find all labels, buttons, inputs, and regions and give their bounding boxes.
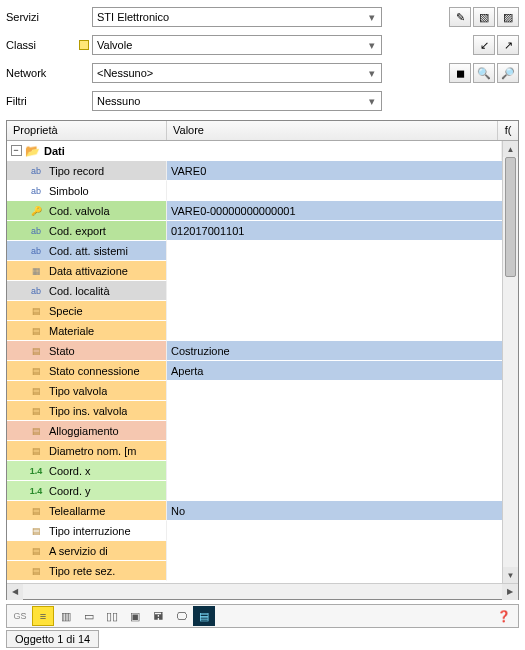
type-icon: 1.4 <box>25 486 47 496</box>
value-cell[interactable] <box>167 421 502 441</box>
bt-btn-2[interactable]: ▥ <box>55 606 77 626</box>
property-row[interactable]: abSimbolo <box>7 181 502 201</box>
value-cell[interactable] <box>167 381 502 401</box>
network-label: Network <box>6 67 76 79</box>
type-icon: ab <box>25 186 47 196</box>
property-row[interactable]: 1.4Coord. y <box>7 481 502 501</box>
group-label: Dati <box>40 145 65 157</box>
type-icon: ▤ <box>25 386 47 396</box>
value-cell[interactable] <box>167 561 502 581</box>
value-cell[interactable] <box>167 521 502 541</box>
toolbar-btn-8[interactable]: 🔎 <box>497 63 519 83</box>
type-icon: ▤ <box>25 366 47 376</box>
property-row[interactable]: ▤StatoCostruzione <box>7 341 502 361</box>
horizontal-scrollbar[interactable]: ◀ ▶ <box>7 583 518 599</box>
value-cell[interactable] <box>167 541 502 561</box>
property-cell: abCod. att. sistemi <box>7 241 167 261</box>
bt-help-icon[interactable]: ❓ <box>493 606 515 626</box>
header-prop[interactable]: Proprietà <box>7 121 167 140</box>
header-fx[interactable]: f( <box>498 121 518 140</box>
property-label: Stato connessione <box>47 365 140 377</box>
property-row[interactable]: 🔑Cod. valvolaVARE0-00000000000001 <box>7 201 502 221</box>
toolbar-btn-3[interactable]: ▨ <box>497 7 519 27</box>
property-row[interactable]: ▦Data attivazione <box>7 261 502 281</box>
bt-btn-4[interactable]: ▯▯ <box>101 606 123 626</box>
value-cell[interactable] <box>167 261 502 281</box>
scroll-down-icon[interactable]: ▼ <box>503 567 518 583</box>
value-cell[interactable] <box>167 441 502 461</box>
value-cell[interactable]: No <box>167 501 502 521</box>
bt-btn-6[interactable]: 🖬 <box>147 606 169 626</box>
header-val[interactable]: Valore <box>167 121 498 140</box>
toolbar-btn-6[interactable]: ◼ <box>449 63 471 83</box>
value-cell[interactable] <box>167 401 502 421</box>
toolbar-btn-4[interactable]: ↙ <box>473 35 495 55</box>
value-cell[interactable]: 012017001101 <box>167 221 502 241</box>
property-cell: ▤Stato <box>7 341 167 361</box>
vertical-scrollbar[interactable]: ▲ ▼ <box>502 141 518 583</box>
type-icon: ▤ <box>25 426 47 436</box>
property-row[interactable]: ▤Tipo interruzione <box>7 521 502 541</box>
chevron-down-icon: ▾ <box>365 66 379 80</box>
property-row[interactable]: ▤Tipo ins. valvola <box>7 401 502 421</box>
property-row[interactable]: ▤Specie <box>7 301 502 321</box>
property-row[interactable]: ▤Diametro nom. [m <box>7 441 502 461</box>
value-cell[interactable] <box>167 481 502 501</box>
bt-btn-8[interactable]: ▤ <box>193 606 215 626</box>
value-cell[interactable]: VARE0 <box>167 161 502 181</box>
property-row[interactable]: ▤A servizio di <box>7 541 502 561</box>
status-tab[interactable]: Oggetto 1 di 14 <box>6 630 99 648</box>
property-cell: ▤Tipo interruzione <box>7 521 167 541</box>
scroll-thumb[interactable] <box>505 157 516 277</box>
property-row[interactable]: abCod. export012017001101 <box>7 221 502 241</box>
type-icon: ab <box>25 246 47 256</box>
bt-btn-7[interactable]: 🖵 <box>170 606 192 626</box>
value-cell[interactable] <box>167 301 502 321</box>
property-row[interactable]: ▤Tipo rete sez. <box>7 561 502 581</box>
classi-dropdown[interactable]: Valvole ▾ <box>92 35 382 55</box>
filtri-dropdown[interactable]: Nessuno ▾ <box>92 91 382 111</box>
property-cell: ▤Tipo ins. valvola <box>7 401 167 421</box>
property-row[interactable]: abCod. att. sistemi <box>7 241 502 261</box>
toolbar-btn-1[interactable]: ✎ <box>449 7 471 27</box>
toolbar-btn-7[interactable]: 🔍 <box>473 63 495 83</box>
property-row[interactable]: ▤Alloggiamento <box>7 421 502 441</box>
property-row[interactable]: ▤TeleallarmeNo <box>7 501 502 521</box>
property-label: Stato <box>47 345 75 357</box>
chevron-down-icon: ▾ <box>365 38 379 52</box>
scroll-right-icon[interactable]: ▶ <box>502 584 518 600</box>
bt-btn-3[interactable]: ▭ <box>78 606 100 626</box>
servizi-dropdown[interactable]: STI Elettronico ▾ <box>92 7 382 27</box>
value-cell[interactable] <box>167 241 502 261</box>
classi-badge-icon <box>79 40 89 50</box>
type-icon: ▤ <box>25 446 47 456</box>
status-text: Oggetto 1 di 14 <box>15 633 90 645</box>
property-cell: 1.4Coord. x <box>7 461 167 481</box>
collapse-icon[interactable]: − <box>11 145 22 156</box>
property-row[interactable]: ▤Tipo valvola <box>7 381 502 401</box>
property-row[interactable]: ▤Stato connessioneAperta <box>7 361 502 381</box>
toolbar-btn-2[interactable]: ▧ <box>473 7 495 27</box>
value-cell[interactable] <box>167 281 502 301</box>
scroll-left-icon[interactable]: ◀ <box>7 584 23 600</box>
property-cell: ▤Specie <box>7 301 167 321</box>
property-label: A servizio di <box>47 545 108 557</box>
value-cell[interactable]: Costruzione <box>167 341 502 361</box>
property-row[interactable]: abCod. località <box>7 281 502 301</box>
value-cell[interactable] <box>167 321 502 341</box>
scroll-up-icon[interactable]: ▲ <box>503 141 518 157</box>
filtri-label: Filtri <box>6 95 76 107</box>
value-cell[interactable]: Aperta <box>167 361 502 381</box>
toolbar-btn-5[interactable]: ↗ <box>497 35 519 55</box>
value-cell[interactable] <box>167 461 502 481</box>
bt-btn-1[interactable]: ≡ <box>32 606 54 626</box>
bt-btn-5[interactable]: ▣ <box>124 606 146 626</box>
value-cell[interactable]: VARE0-00000000000001 <box>167 201 502 221</box>
group-row[interactable]: − 📂 Dati <box>7 141 502 161</box>
property-row[interactable]: abTipo recordVARE0 <box>7 161 502 181</box>
property-grid: Proprietà Valore f( − 📂 Dati abTipo reco… <box>6 120 519 600</box>
property-row[interactable]: 1.4Coord. x <box>7 461 502 481</box>
property-row[interactable]: ▤Materiale <box>7 321 502 341</box>
value-cell[interactable] <box>167 181 502 201</box>
network-dropdown[interactable]: <Nessuno> ▾ <box>92 63 382 83</box>
